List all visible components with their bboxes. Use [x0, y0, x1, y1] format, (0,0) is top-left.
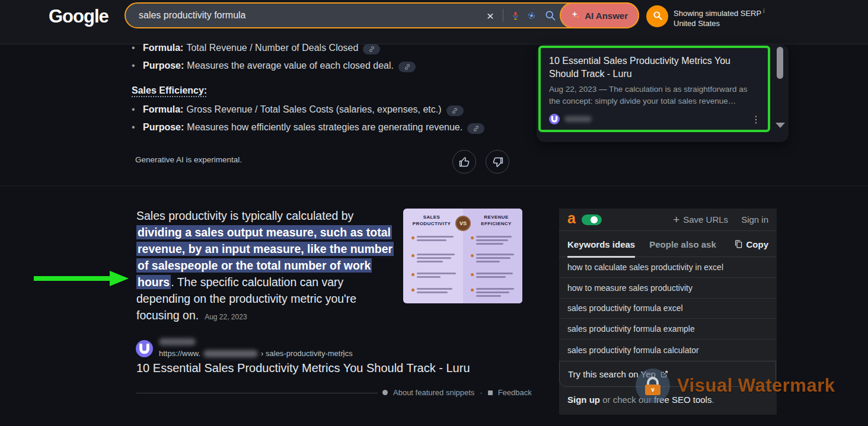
infographic-row	[411, 288, 452, 293]
tab-people-also-ask[interactable]: People also ask	[649, 239, 716, 249]
bullet-label: Formula:	[143, 43, 183, 53]
search-input[interactable]	[126, 10, 487, 21]
row-dot	[411, 236, 414, 239]
luru-favicon-large[interactable]	[136, 340, 153, 357]
copy-label: Copy	[746, 239, 769, 249]
link-icon	[404, 63, 411, 71]
source-card-title[interactable]: 10 Essential Sales Productivity Metrics …	[549, 55, 760, 81]
try-search-on-yep-link[interactable]: Try this search on Yep	[559, 361, 776, 387]
bullet-dot: •	[132, 122, 135, 133]
bullet-label: Purpose:	[143, 60, 184, 71]
free-seo-tools-link[interactable]: free SEO tools	[654, 395, 712, 405]
ai-answer-button[interactable]: AI Answer	[560, 2, 639, 28]
ahrefs-tabs: Keywords ideas People also ask Copy	[559, 232, 777, 257]
result-url[interactable]: https://www. › sales-productivity-metric…	[159, 349, 353, 358]
row-dot	[411, 289, 414, 292]
infographic-row	[471, 288, 514, 297]
plus-icon: +	[673, 214, 679, 225]
about-featured-snippets-link[interactable]: About featured snippets	[393, 388, 474, 397]
link-icon	[451, 107, 458, 114]
carousel-scroll-down-icon[interactable]	[776, 123, 785, 128]
snippet-lead: Sales productivity is typically calculat…	[136, 209, 353, 222]
serp-checker-button[interactable]	[646, 5, 668, 27]
ai-answer-label: AI Answer	[585, 11, 628, 21]
infographic-row	[411, 273, 456, 278]
sparkle-icon	[571, 10, 580, 21]
ai-overview-subheading[interactable]: Sales Efficiency:	[132, 85, 207, 96]
ai-overview-bullet: •Formula:Total Revenue / Number of Deals…	[132, 43, 547, 55]
divider	[503, 9, 503, 22]
blurred-url-segment	[203, 350, 258, 357]
serp-note-text: Showing simulated SERP	[674, 9, 761, 18]
thumbs-up-button[interactable]	[452, 150, 476, 174]
save-urls-button[interactable]: +Save URLs	[673, 214, 728, 225]
source-link-chip[interactable]	[446, 105, 464, 116]
snippet-bottom-divider	[136, 393, 378, 393]
ai-overview-bullet: •Purpose:Measures how efficiently sales …	[132, 122, 547, 134]
row-dot	[411, 273, 414, 276]
url-prefix: https://www.	[159, 349, 200, 358]
link-icon	[473, 125, 480, 132]
ahrefs-logo[interactable]: a	[567, 211, 576, 226]
separator-dot: ·	[480, 388, 482, 397]
signup-period: .	[711, 395, 714, 405]
google-serp-page: Google × AI Answer Showing simulated SER…	[0, 0, 868, 426]
tab-keywords-ideas[interactable]: Keywords ideas	[567, 232, 635, 257]
info-icon[interactable]: i	[763, 8, 764, 14]
source-card-footer	[549, 114, 592, 124]
blurred-site-name	[159, 338, 196, 345]
bullet-label: Purpose:	[143, 122, 184, 132]
keyword-item[interactable]: how to calculate sales productivity in e…	[559, 257, 777, 278]
bullet-text: Total Revenue / Number of Deals Closed	[186, 43, 358, 53]
source-link-chip[interactable]	[398, 62, 416, 72]
row-dot	[411, 254, 414, 257]
luru-favicon	[549, 114, 560, 124]
keyword-item[interactable]: sales productivity formula calculator	[559, 339, 777, 360]
sign-in-link[interactable]: Sign in	[741, 214, 768, 225]
signup-mid-text: or check our	[600, 395, 654, 405]
infographic-row	[471, 254, 514, 262]
bullet-label: Formula:	[143, 104, 183, 114]
more-options-icon[interactable]: ⋮	[751, 114, 761, 125]
about-icon	[382, 390, 388, 395]
keyword-item[interactable]: sales productivity formula example	[559, 319, 777, 339]
row-dot	[471, 236, 474, 239]
carousel-scrollbar-thumb[interactable]	[777, 47, 783, 79]
section-divider	[0, 185, 868, 186]
infographic-row	[471, 273, 513, 278]
highlighted-source-card[interactable]: 10 Essential Sales Productivity Metrics …	[538, 46, 770, 132]
vs-badge: VS	[455, 216, 471, 231]
lens-icon[interactable]	[528, 12, 535, 20]
infographic-row	[411, 254, 455, 262]
result-more-options-icon[interactable]: ⋮	[339, 348, 348, 359]
search-bar-icons: ×	[487, 9, 556, 22]
ahrefs-panel-header: a +Save URLs Sign in	[559, 209, 777, 231]
serp-note-line2: United States	[674, 18, 764, 28]
magnifier-icon	[652, 10, 663, 23]
bullet-dot: •	[132, 104, 135, 115]
snippet-footer-links: About featured snippets · Feedback	[382, 388, 532, 397]
result-title-link[interactable]: 10 Essential Sales Productivity Metrics …	[136, 361, 470, 375]
feedback-link[interactable]: Feedback	[498, 388, 532, 397]
source-link-chip[interactable]	[363, 44, 380, 55]
copy-icon	[735, 240, 743, 248]
search-icon[interactable]	[544, 9, 556, 21]
ai-overview-source-panel: 10 Essential Sales Productivity Metrics …	[537, 44, 789, 142]
keyword-item[interactable]: how to measure sales productivity	[559, 278, 777, 299]
mic-icon[interactable]	[512, 11, 519, 20]
featured-snippet-paragraph: Sales productivity is typically calculat…	[136, 207, 397, 325]
google-logo[interactable]: Google	[49, 6, 108, 27]
snippet-thumbnail-image[interactable]: SALES PRODUCTIVITY REVENUE EFFICIENCY VS	[403, 209, 522, 303]
keyword-item[interactable]: sales productivity formula excel	[559, 299, 777, 319]
extension-toggle[interactable]	[582, 214, 602, 225]
keywords-list: how to calculate sales productivity in e…	[559, 257, 777, 360]
save-urls-label: Save URLs	[683, 214, 728, 225]
source-link-chip[interactable]	[467, 123, 484, 134]
sign-up-link[interactable]: Sign up	[567, 395, 600, 405]
blurred-site-name	[564, 116, 592, 122]
clear-icon[interactable]: ×	[487, 9, 494, 22]
copy-button[interactable]: Copy	[735, 239, 769, 249]
row-dot	[471, 289, 474, 292]
bullet-text: Measures how efficiently sales strategie…	[187, 122, 462, 132]
thumbs-down-button[interactable]	[486, 150, 509, 174]
